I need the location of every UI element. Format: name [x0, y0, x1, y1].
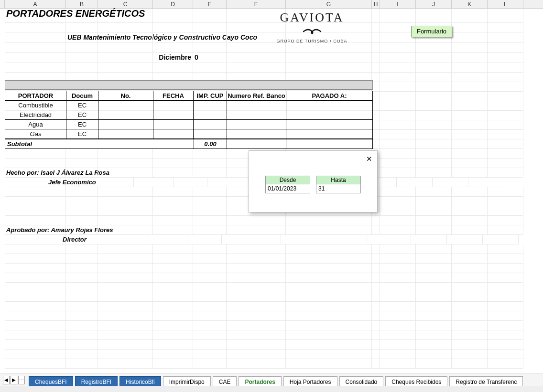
gaviota-logo: GAVIOTA GRUPO DE TURISMO • CUBA: [272, 11, 351, 48]
bird-icon: [303, 25, 322, 39]
th-pagado: PAGADO A:: [286, 91, 372, 100]
date-range-dialog: ✕ Desde Hasta: [249, 150, 378, 212]
col-header-F[interactable]: F: [227, 0, 286, 8]
col-header-C[interactable]: C: [98, 0, 153, 8]
table-row[interactable]: Combustible EC: [5, 101, 372, 110]
cell-ref[interactable]: [227, 101, 286, 110]
tab-imprimirdispo[interactable]: ImprimirDispo: [163, 376, 211, 387]
logo-tagline: GRUPO DE TURISMO • CUBA: [272, 39, 351, 43]
month-value: 0: [193, 53, 227, 63]
cell-fecha[interactable]: [153, 120, 194, 129]
cell-no[interactable]: [98, 110, 153, 119]
desde-input[interactable]: [265, 184, 310, 193]
tab-cheques-recibidos[interactable]: Cheques Recibidos: [385, 376, 447, 387]
tab-nav-prev[interactable]: ◀: [3, 376, 10, 384]
tab-registro-transferenc[interactable]: Registro de Transferenc: [449, 376, 523, 387]
separator-bar: [5, 80, 373, 90]
subtotal-label: Subtotal: [5, 139, 194, 148]
cell-imp[interactable]: [194, 120, 227, 129]
cell-imp[interactable]: [194, 101, 227, 110]
tab-registrobfi[interactable]: RegistroBFI: [75, 376, 118, 387]
cell-fecha[interactable]: [153, 129, 194, 138]
cell-no[interactable]: [98, 101, 153, 110]
col-header-H[interactable]: H: [372, 0, 380, 8]
col-header-K[interactable]: K: [452, 0, 488, 8]
th-fecha: FECHA: [153, 91, 194, 100]
logo-name: GAVIOTA: [280, 11, 344, 24]
horizontal-scrollbar[interactable]: [0, 386, 543, 392]
formulario-button[interactable]: Formulario: [411, 26, 452, 37]
th-docum: Docum: [66, 91, 98, 100]
close-icon[interactable]: ✕: [366, 155, 372, 163]
cell-ref[interactable]: [227, 120, 286, 129]
tab-hoja-portadores[interactable]: Hoja Portadores: [283, 376, 337, 387]
cell-pagado[interactable]: [286, 101, 372, 110]
th-portador: PORTADOR: [5, 91, 66, 100]
portadores-table: PORTADOR Docum No. FECHA IMP. CUP Numero…: [5, 91, 373, 149]
cell-fecha[interactable]: [153, 101, 194, 110]
cell-no[interactable]: [98, 120, 153, 129]
col-header-B[interactable]: B: [66, 0, 98, 8]
hecho-por-label: Hecho por: Isael J Álvarez La Rosa: [5, 168, 66, 178]
table-row[interactable]: Agua EC: [5, 120, 372, 129]
tab-cae[interactable]: CAE: [213, 376, 237, 387]
cell-portador: Electricidad: [5, 110, 66, 119]
subtitle: UEB Mantenimiento Tecnológico y Construc…: [66, 32, 98, 43]
th-ref: Numero Ref. Banco: [227, 91, 286, 100]
subtotal-value: 0.00: [194, 139, 227, 148]
cell-portador: Gas: [5, 129, 66, 138]
hecho-por-role: Jefe Economico: [47, 178, 79, 187]
cell-docum: EC: [66, 101, 98, 110]
cell-ref[interactable]: [227, 129, 286, 138]
cell-imp[interactable]: [194, 110, 227, 119]
cell-pagado[interactable]: [286, 120, 372, 129]
tab-nav-next[interactable]: ▶: [11, 376, 17, 384]
spreadsheet-grid: A B C D E F G H I J K L PORTADORES ENERG…: [0, 0, 543, 373]
month-label: Diciembre: [153, 53, 193, 63]
sheet-tab-bar: ◀ ▶ ⋯ ChequesBFI RegistroBFI HistoricoBf…: [0, 373, 543, 392]
aprobado-por-role: Director: [61, 235, 93, 244]
cell-portador: Agua: [5, 120, 66, 129]
corner-cell[interactable]: [0, 0, 5, 8]
th-imp: IMP. CUP: [194, 91, 227, 100]
col-header-J[interactable]: J: [416, 0, 452, 8]
col-header-L[interactable]: L: [488, 0, 523, 8]
svg-point-0: [311, 31, 313, 34]
cell-ref[interactable]: [227, 110, 286, 119]
cell-docum: EC: [66, 110, 98, 119]
tab-portadores[interactable]: Portadores: [239, 376, 281, 387]
table-row[interactable]: Electricidad EC: [5, 110, 372, 120]
table-row[interactable]: Gas EC: [5, 129, 372, 139]
cell-docum: EC: [66, 129, 98, 138]
tab-consolidado[interactable]: Consolidado: [339, 376, 384, 387]
column-headers: A B C D E F G H I J K L: [0, 0, 543, 9]
cell-pagado[interactable]: [286, 129, 372, 138]
col-header-D[interactable]: D: [153, 0, 193, 8]
col-header-A[interactable]: A: [5, 0, 66, 8]
tab-nav-menu[interactable]: ⋯: [18, 376, 25, 384]
col-header-I[interactable]: I: [380, 0, 416, 8]
cell-docum: EC: [66, 120, 98, 129]
th-no: No.: [98, 91, 153, 100]
hasta-label: Hasta: [316, 176, 361, 184]
desde-label: Desde: [265, 176, 310, 184]
cell-fecha[interactable]: [153, 110, 194, 119]
cell-portador: Combustible: [5, 101, 66, 110]
page-title: PORTADORES ENERGÉTICOS: [5, 9, 66, 23]
cell-no[interactable]: [98, 129, 153, 138]
tab-historicobfi[interactable]: HistoricoBfi: [119, 376, 161, 387]
col-header-E[interactable]: E: [193, 0, 227, 8]
aprobado-por-label: Aprobado por: Amaury Rojas Flores: [5, 225, 66, 235]
cell-imp[interactable]: [194, 129, 227, 138]
hasta-input[interactable]: [316, 184, 361, 193]
tab-chequesbfi[interactable]: ChequesBFI: [29, 376, 73, 387]
col-header-G[interactable]: G: [286, 0, 372, 8]
cell-pagado[interactable]: [286, 110, 372, 119]
